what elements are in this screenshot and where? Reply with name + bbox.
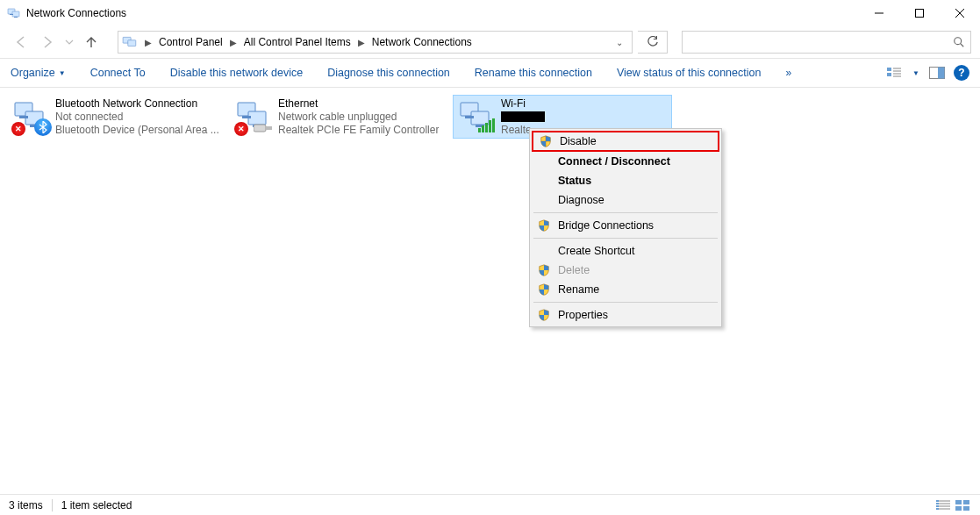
ctx-connect-label: Connect / Disconnect — [558, 155, 711, 168]
refresh-button[interactable] — [638, 31, 668, 54]
view-options-caret[interactable]: ▼ — [912, 65, 920, 81]
svg-rect-3 — [14, 17, 18, 18]
adapter-name: Ethernet — [278, 97, 439, 111]
recent-locations-button[interactable] — [63, 32, 75, 53]
svg-rect-35 — [955, 500, 962, 504]
ctx-create-shortcut[interactable]: Create Shortcut — [532, 241, 719, 261]
status-item-count: 3 items — [9, 499, 43, 511]
ctx-properties-label: Properties — [558, 309, 711, 321]
search-icon — [953, 36, 965, 48]
rename-label: Rename this connection — [475, 67, 592, 79]
svg-rect-28 — [485, 123, 488, 132]
connect-to-label: Connect To — [90, 67, 146, 79]
forward-button[interactable] — [37, 32, 58, 53]
svg-rect-20 — [254, 125, 266, 132]
preview-pane-button[interactable] — [929, 65, 945, 81]
address-bar[interactable]: ▶ Control Panel ▶ All Control Panel Item… — [118, 31, 633, 54]
adapter-icon — [459, 99, 494, 134]
signal-bars-icon — [478, 118, 496, 136]
large-icons-view-button[interactable] — [954, 498, 971, 512]
adapter-bluetooth[interactable]: Bluetooth Network Connection Not connect… — [7, 95, 226, 139]
error-badge-icon — [11, 122, 25, 136]
svg-rect-31 — [936, 500, 939, 502]
disable-device-button[interactable]: Disable this network device — [170, 67, 303, 79]
svg-rect-33 — [936, 505, 939, 507]
adapter-status: Not connected — [55, 111, 219, 124]
ctx-status[interactable]: Status — [532, 171, 719, 190]
chevron-right-icon[interactable]: ▶ — [354, 38, 368, 47]
svg-rect-36 — [963, 500, 969, 504]
connect-to-button[interactable]: Connect To — [90, 67, 146, 79]
adapter-device: Realtek PCIe FE Family Controller — [278, 124, 439, 137]
adapter-status: Network cable unplugged — [278, 111, 439, 124]
close-button[interactable] — [940, 0, 980, 26]
maximize-button[interactable] — [899, 0, 940, 26]
chevron-right-icon[interactable]: ▶ — [141, 38, 155, 47]
ctx-bridge-connections[interactable]: Bridge Connections — [532, 216, 719, 235]
ctx-rename[interactable]: Rename — [532, 280, 719, 299]
context-menu: Disable Connect / Disconnect Status Diag… — [529, 128, 722, 327]
svg-rect-26 — [478, 128, 481, 132]
separator — [533, 238, 718, 239]
window-title: Network Connections — [26, 7, 126, 19]
adapter-icon — [236, 99, 271, 134]
breadcrumb-all-items[interactable]: All Control Panel Items — [240, 33, 354, 51]
view-status-label: View status of this connection — [617, 67, 761, 79]
shield-icon — [539, 134, 553, 148]
adapter-name: Wi-Fi — [501, 97, 545, 111]
disable-device-label: Disable this network device — [170, 67, 303, 79]
diagnose-connection-button[interactable]: Diagnose this connection — [327, 67, 450, 79]
svg-rect-34 — [936, 508, 939, 510]
separator — [533, 302, 718, 303]
rename-connection-button[interactable]: Rename this connection — [475, 67, 592, 79]
view-status-button[interactable]: View status of this connection — [617, 67, 761, 79]
up-button[interactable] — [81, 32, 102, 53]
shield-icon — [537, 283, 551, 297]
ctx-rename-label: Rename — [558, 283, 711, 296]
adapter-ethernet[interactable]: Ethernet Network cable unplugged Realtek… — [230, 95, 449, 139]
back-button[interactable] — [11, 32, 32, 53]
diagnose-label: Diagnose this connection — [327, 67, 450, 79]
ctx-disable[interactable]: Disable — [532, 131, 719, 152]
status-bar: 3 items 1 item selected — [0, 494, 980, 515]
details-view-button[interactable] — [934, 498, 952, 512]
svg-rect-4 — [916, 10, 924, 18]
svg-rect-37 — [955, 506, 962, 511]
svg-rect-8 — [887, 68, 891, 71]
svg-rect-29 — [489, 120, 491, 132]
adapter-list: Bluetooth Network Connection Not connect… — [0, 88, 980, 146]
svg-rect-21 — [266, 126, 272, 130]
ctx-connect-disconnect[interactable]: Connect / Disconnect — [532, 152, 719, 171]
ctx-properties[interactable]: Properties — [532, 305, 719, 325]
breadcrumb-network-connections[interactable]: Network Connections — [368, 33, 476, 51]
organize-menu[interactable]: Organize ▼ — [11, 67, 66, 79]
ctx-bridge-label: Bridge Connections — [558, 219, 711, 232]
adapter-device: Bluetooth Device (Personal Area ... — [55, 124, 219, 137]
overflow-button[interactable]: » — [785, 67, 791, 79]
svg-rect-18 — [242, 116, 251, 118]
minimize-button[interactable] — [859, 0, 899, 26]
adapter-ssid-redacted — [501, 111, 545, 124]
window-icon — [7, 6, 21, 20]
address-history-button[interactable]: ⌄ — [609, 38, 630, 47]
svg-rect-30 — [492, 118, 495, 132]
organize-label: Organize — [11, 67, 55, 79]
help-button[interactable]: ? — [954, 65, 969, 81]
adapter-icon — [13, 99, 48, 134]
ctx-delete: Delete — [532, 261, 719, 280]
title-bar: Network Connections — [0, 0, 980, 26]
svg-rect-32 — [936, 503, 939, 504]
svg-point-7 — [955, 38, 962, 45]
view-options-button[interactable] — [887, 65, 903, 81]
breadcrumb-control-panel[interactable]: Control Panel — [155, 33, 226, 51]
status-selection-count: 1 item selected — [61, 499, 132, 511]
separator — [533, 212, 718, 213]
ctx-shortcut-label: Create Shortcut — [558, 245, 711, 257]
bluetooth-icon — [34, 118, 52, 136]
nav-bar: ▶ Control Panel ▶ All Control Panel Item… — [0, 26, 980, 58]
shield-icon — [537, 263, 551, 277]
chevron-right-icon[interactable]: ▶ — [226, 38, 240, 47]
search-input[interactable] — [682, 31, 971, 54]
ctx-diagnose[interactable]: Diagnose — [532, 190, 719, 210]
location-icon — [122, 34, 138, 50]
